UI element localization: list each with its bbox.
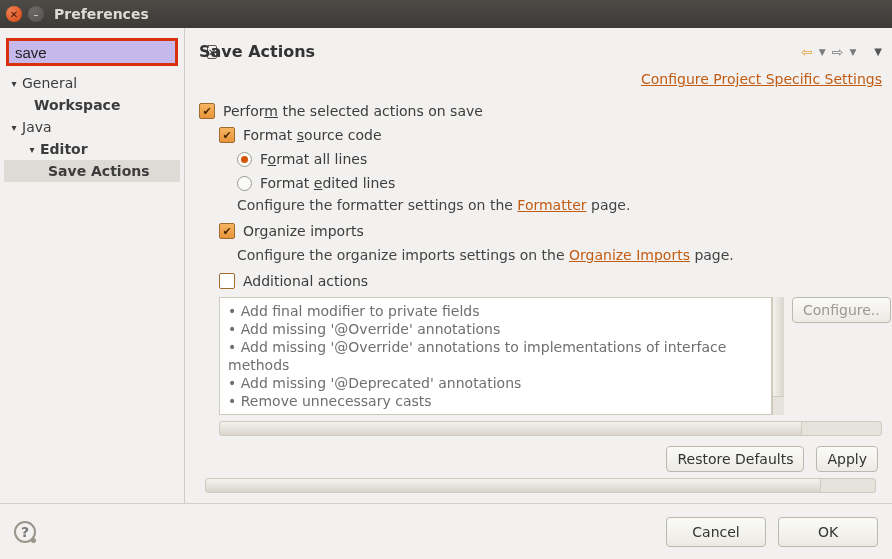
additional-actions-checkbox[interactable] xyxy=(219,273,235,289)
list-item: Add missing '@Override' annotations xyxy=(228,320,763,338)
tree-item-java[interactable]: ▾ Java xyxy=(4,116,180,138)
nav-back-menu-icon[interactable]: ▼ xyxy=(819,47,826,57)
main-pane: Save Actions ⇦ ▼ ⇨ ▼ ▼ Configure Project… xyxy=(185,28,892,503)
tree-label: Save Actions xyxy=(48,163,150,179)
view-menu-icon[interactable]: ▼ xyxy=(874,46,882,57)
list-item: Add missing '@Override' annotations to i… xyxy=(228,338,763,374)
dialog-footer: ? Cancel OK xyxy=(0,503,892,559)
sidebar: ✕ ▾ General Workspace ▾ Java ▾ Editor Sa… xyxy=(0,28,185,503)
list-vertical-scrollbar[interactable] xyxy=(772,297,784,415)
formatter-link[interactable]: Formatter xyxy=(517,197,586,213)
titlebar: ✕ – Preferences xyxy=(0,0,892,28)
tree-item-general[interactable]: ▾ General xyxy=(4,72,180,94)
format-edited-lines-radio[interactable] xyxy=(237,176,252,191)
help-icon[interactable]: ? xyxy=(14,521,36,543)
chevron-down-icon: ▾ xyxy=(26,144,38,155)
window-minimize-button[interactable]: – xyxy=(28,6,44,22)
nav-arrows: ⇦ ▼ ⇨ ▼ ▼ xyxy=(801,44,882,60)
organize-imports-link[interactable]: Organize Imports xyxy=(569,247,690,263)
tree-item-save-actions[interactable]: Save Actions xyxy=(4,160,180,182)
window-title: Preferences xyxy=(54,6,149,22)
window-close-button[interactable]: ✕ xyxy=(6,6,22,22)
ok-button[interactable]: OK xyxy=(778,517,878,547)
format-all-lines-label: Format all lines xyxy=(260,151,367,167)
apply-button[interactable]: Apply xyxy=(816,446,878,472)
tree-label: Editor xyxy=(40,141,88,157)
page-horizontal-scrollbar[interactable] xyxy=(205,478,876,493)
chevron-down-icon: ▾ xyxy=(8,122,20,133)
configure-button[interactable]: Configure.. xyxy=(792,297,891,323)
nav-back-icon[interactable]: ⇦ xyxy=(801,44,813,60)
list-horizontal-scrollbar[interactable] xyxy=(219,421,882,436)
preferences-tree: ▾ General Workspace ▾ Java ▾ Editor Save… xyxy=(0,72,184,503)
tree-item-editor[interactable]: ▾ Editor xyxy=(4,138,180,160)
perform-on-save-label: Perform the selected actions on save xyxy=(223,103,483,119)
organize-imports-checkbox[interactable] xyxy=(219,223,235,239)
list-item: Remove unnecessary casts xyxy=(228,392,763,410)
list-item: Add final modifier to private fields xyxy=(228,302,763,320)
search-box: ✕ xyxy=(6,38,178,66)
additional-actions-label: Additional actions xyxy=(243,273,368,289)
chevron-down-icon: ▾ xyxy=(8,78,20,89)
list-item: Add missing '@Deprecated' annotations xyxy=(228,374,763,392)
nav-forward-icon[interactable]: ⇨ xyxy=(832,44,844,60)
restore-defaults-button[interactable]: Restore Defaults xyxy=(666,446,804,472)
cancel-button[interactable]: Cancel xyxy=(666,517,766,547)
organize-helper-text: Configure the organize imports settings … xyxy=(237,247,882,263)
format-source-checkbox[interactable] xyxy=(219,127,235,143)
tree-label: Workspace xyxy=(34,97,120,113)
nav-forward-menu-icon[interactable]: ▼ xyxy=(849,47,856,57)
format-edited-lines-label: Format edited lines xyxy=(260,175,395,191)
formatter-helper-text: Configure the formatter settings on the … xyxy=(237,197,882,213)
organize-imports-label: Organize imports xyxy=(243,223,364,239)
search-input[interactable] xyxy=(13,43,207,62)
configure-project-settings-link[interactable]: Configure Project Specific Settings xyxy=(641,71,882,87)
tree-label: General xyxy=(22,75,77,91)
page-title: Save Actions xyxy=(199,42,315,61)
tree-label: Java xyxy=(22,119,52,135)
format-all-lines-radio[interactable] xyxy=(237,152,252,167)
perform-on-save-checkbox[interactable] xyxy=(199,103,215,119)
additional-actions-list: Add final modifier to private fields Add… xyxy=(219,297,772,415)
tree-item-workspace[interactable]: Workspace xyxy=(4,94,180,116)
format-source-label: Format source code xyxy=(243,127,382,143)
